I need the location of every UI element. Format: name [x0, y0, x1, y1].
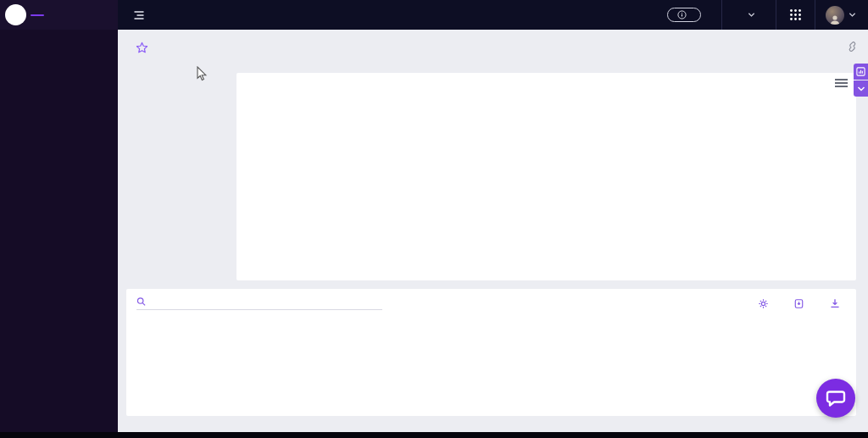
sidebar-nav — [0, 30, 118, 35]
panel-collapse-icon[interactable] — [854, 80, 868, 97]
templates-icon — [793, 298, 804, 309]
search-box — [136, 297, 382, 310]
table-toolbar — [126, 289, 856, 315]
line-chart — [236, 80, 856, 247]
topbar — [0, 0, 868, 30]
apps-grid-icon[interactable] — [776, 8, 815, 21]
columns-button[interactable] — [758, 298, 773, 309]
search-input[interactable] — [151, 297, 382, 307]
link-icon[interactable] — [847, 41, 858, 52]
avatar — [826, 6, 844, 25]
kpi-cards — [126, 76, 228, 280]
table-actions — [758, 297, 846, 309]
chart-section — [236, 59, 856, 280]
bottom-strip — [0, 432, 868, 438]
download-button[interactable] — [829, 297, 841, 309]
chevron-down-icon — [748, 11, 755, 19]
download-icon — [829, 297, 841, 309]
menu-fold-icon[interactable] — [132, 8, 146, 22]
user-menu[interactable] — [815, 6, 868, 25]
training-button[interactable] — [667, 8, 701, 22]
chart-panel — [236, 73, 856, 280]
logo-text — [31, 14, 44, 16]
logo-mark — [5, 4, 26, 25]
edge-tools — [854, 64, 868, 97]
context-menu-icon[interactable] — [835, 79, 848, 89]
gear-icon — [758, 298, 769, 309]
sidebar — [0, 30, 118, 438]
chat-icon — [826, 389, 846, 408]
title-right — [847, 40, 858, 58]
table-panel — [126, 289, 856, 416]
chart-title — [236, 59, 856, 73]
app-logo[interactable] — [0, 0, 118, 30]
main-content — [118, 30, 868, 438]
workspace-selector[interactable] — [722, 11, 776, 19]
content-row — [118, 58, 868, 280]
panel-chart-icon[interactable] — [854, 64, 868, 80]
chat-button[interactable] — [816, 379, 855, 418]
info-icon — [677, 10, 687, 19]
star-icon[interactable] — [136, 42, 148, 54]
templates-button[interactable] — [793, 298, 809, 309]
chevron-down-icon — [849, 11, 856, 19]
beta-badge — [31, 14, 44, 16]
search-icon — [136, 297, 146, 307]
title-row — [118, 30, 868, 58]
